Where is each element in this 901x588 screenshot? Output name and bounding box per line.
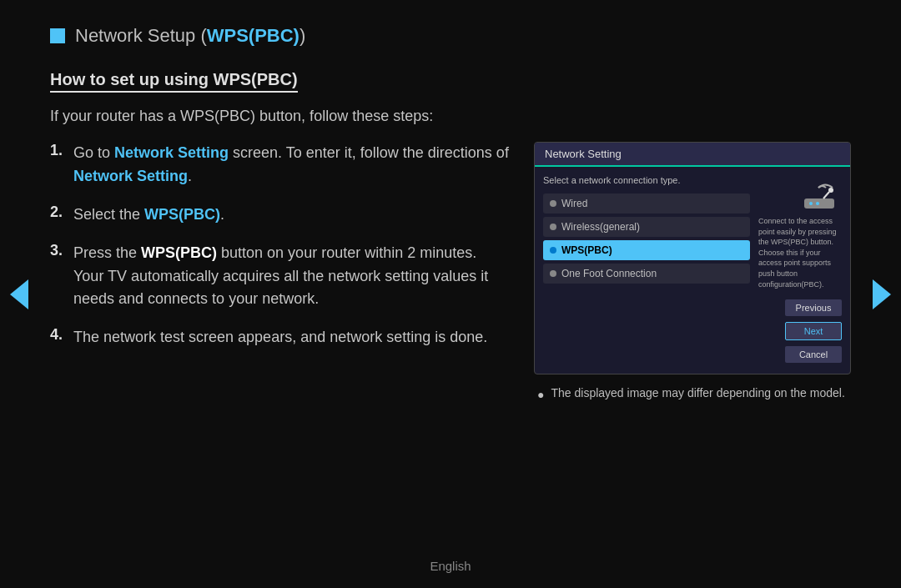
right-panel: Network Setting Select a network connect… bbox=[534, 142, 851, 401]
footer: English bbox=[0, 559, 901, 573]
steps-section: 1. Go to Network Setting screen. To ente… bbox=[50, 142, 509, 401]
step-4-text: The network test screen appears, and net… bbox=[73, 326, 487, 349]
square-icon bbox=[50, 28, 65, 43]
step-2-number: 2. bbox=[50, 204, 73, 221]
note-text: ● The displayed image may differ dependi… bbox=[534, 386, 851, 401]
intro-text: If your router has a WPS(PBC) button, fo… bbox=[50, 108, 851, 125]
header: Network Setup (WPS(PBC)) bbox=[50, 25, 851, 47]
ns-option-wps[interactable]: WPS(PBC) bbox=[543, 240, 750, 260]
header-title-highlight: WPS(PBC) bbox=[207, 25, 299, 46]
ns-description: Connect to the access point easily by pr… bbox=[758, 216, 842, 289]
ns-option-wireless-dot bbox=[550, 224, 556, 230]
step-2: 2. Select the WPS(PBC). bbox=[50, 204, 509, 227]
main-content: 1. Go to Network Setting screen. To ente… bbox=[50, 142, 851, 401]
ns-option-wired[interactable]: Wired bbox=[543, 193, 750, 214]
step-2-highlight: WPS(PBC) bbox=[144, 206, 220, 223]
svg-point-1 bbox=[809, 202, 813, 205]
ns-button-cancel[interactable]: Cancel bbox=[785, 346, 842, 363]
ns-option-one-foot[interactable]: One Foot Connection bbox=[543, 264, 750, 284]
ns-button-next[interactable]: Next bbox=[785, 322, 842, 340]
step-1: 1. Go to Network Setting screen. To ente… bbox=[50, 142, 509, 188]
step-3-highlight: WPS(PBC) bbox=[141, 244, 217, 261]
step-4-number: 4. bbox=[50, 326, 73, 344]
step-4: 4. The network test screen appears, and … bbox=[50, 326, 509, 349]
ns-option-one-foot-label: One Foot Connection bbox=[561, 268, 657, 279]
ns-option-wps-label: WPS(PBC) bbox=[561, 244, 612, 256]
ns-option-wireless-label: Wireless(general) bbox=[561, 221, 640, 233]
svg-point-4 bbox=[828, 188, 833, 193]
header-title: Network Setup (WPS(PBC)) bbox=[75, 25, 305, 47]
step-3-number: 3. bbox=[50, 242, 73, 259]
ns-left: Select a network connection type. Wired … bbox=[543, 175, 750, 365]
ns-option-wired-label: Wired bbox=[561, 198, 587, 209]
ns-option-one-foot-dot bbox=[550, 270, 556, 277]
ns-title-bar: Network Setting bbox=[535, 143, 850, 167]
step-3-text: Press the WPS(PBC) button on your router… bbox=[73, 242, 509, 312]
network-setting-box: Network Setting Select a network connect… bbox=[534, 142, 851, 374]
nav-arrow-left[interactable] bbox=[10, 279, 28, 309]
section-title: How to set up using WPS(PBC) bbox=[50, 70, 298, 93]
step-1-number: 1. bbox=[50, 142, 73, 159]
router-icon bbox=[796, 175, 842, 213]
ns-option-wps-dot bbox=[550, 247, 556, 254]
svg-line-3 bbox=[823, 192, 829, 199]
step-1-text: Go to Network Setting screen. To enter i… bbox=[73, 142, 509, 188]
svg-point-2 bbox=[816, 202, 819, 205]
ns-button-previous[interactable]: Previous bbox=[785, 299, 842, 316]
note-bullet: ● bbox=[537, 388, 544, 401]
ns-right: Connect to the access point easily by pr… bbox=[758, 175, 842, 365]
note-content: The displayed image may differ depending… bbox=[551, 386, 844, 400]
ns-option-wired-dot bbox=[550, 200, 556, 207]
nav-arrow-right[interactable] bbox=[873, 279, 891, 309]
ns-option-wireless[interactable]: Wireless(general) bbox=[543, 217, 750, 237]
step-3: 3. Press the WPS(PBC) button on your rou… bbox=[50, 242, 509, 312]
page-container: Network Setup (WPS(PBC)) How to set up u… bbox=[0, 0, 901, 588]
step-2-text: Select the WPS(PBC). bbox=[73, 204, 224, 227]
step-1-highlight-1: Network Setting bbox=[114, 144, 229, 161]
step-1-highlight-2: Network Setting bbox=[73, 168, 188, 184]
ns-subtitle: Select a network connection type. bbox=[543, 175, 750, 185]
ns-body: Select a network connection type. Wired … bbox=[535, 167, 850, 374]
